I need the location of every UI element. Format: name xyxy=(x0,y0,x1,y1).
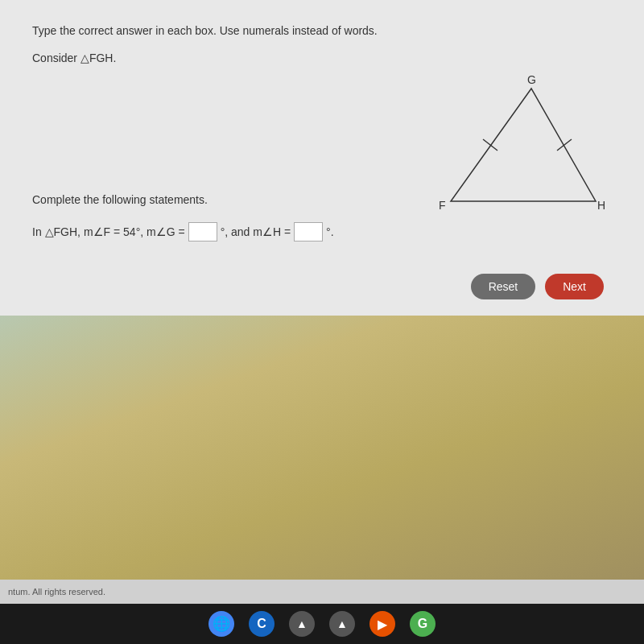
taskbar: 🌐 C ▲ ▲ ▶ G xyxy=(0,604,644,644)
triangle-svg: G F H xyxy=(402,72,612,233)
triangle-shape xyxy=(451,89,596,201)
angle-h-input[interactable] xyxy=(294,222,323,242)
vertex-h-label: H xyxy=(597,199,605,212)
upload1-icon[interactable]: ▲ xyxy=(289,611,315,637)
next-button[interactable]: Next xyxy=(545,274,604,299)
buttons-row: Reset Next xyxy=(32,274,612,299)
footer-bar: ntum. All rights reserved. xyxy=(0,580,644,604)
vertex-f-label: F xyxy=(439,199,446,212)
c-icon[interactable]: C xyxy=(249,611,275,637)
reset-button[interactable]: Reset xyxy=(471,274,536,299)
main-panel: Type the correct answer in each box. Use… xyxy=(0,0,644,316)
background-lower xyxy=(0,316,644,580)
upload2-icon[interactable]: ▲ xyxy=(329,611,355,637)
angle-g-input[interactable] xyxy=(188,222,217,242)
content-area: Complete the following statements. In △F… xyxy=(32,72,612,250)
tick-fg xyxy=(483,139,497,151)
g-icon[interactable]: G xyxy=(410,611,436,637)
tick-gh xyxy=(557,139,572,151)
play-icon[interactable]: ▶ xyxy=(369,611,395,637)
instruction-text: Type the correct answer in each box. Use… xyxy=(32,24,612,37)
consider-label: Consider △FGH. xyxy=(32,52,612,64)
chrome-icon[interactable]: 🌐 xyxy=(208,611,234,637)
degree-symbol-2: °. xyxy=(326,225,334,238)
copyright-text: ntum. All rights reserved. xyxy=(8,587,105,597)
equation-prefix: In △FGH, m∠F = 54°, m∠G = xyxy=(32,225,185,238)
vertex-g-label: G xyxy=(527,73,536,86)
triangle-diagram: G F H xyxy=(402,72,612,233)
degree-symbol-1: °, and m∠H = xyxy=(221,225,291,238)
